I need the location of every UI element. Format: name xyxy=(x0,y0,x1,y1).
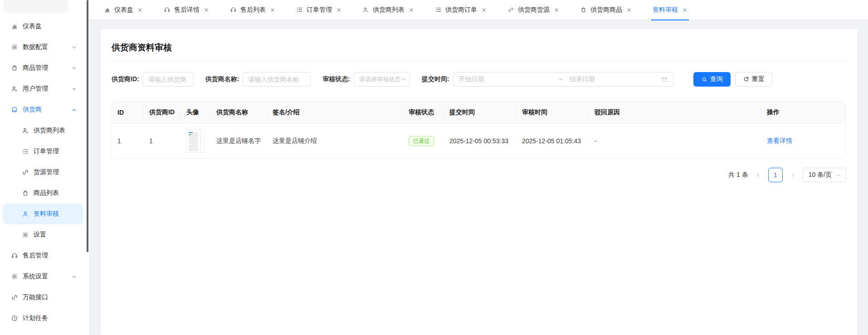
scrollbar-thumb[interactable] xyxy=(87,0,88,252)
chevron-down-icon xyxy=(400,76,407,83)
cell-avatar xyxy=(181,124,211,158)
headset-icon xyxy=(230,6,237,13)
chevron-down-icon xyxy=(835,172,841,178)
sidebar-item-label: 售后管理 xyxy=(23,252,48,260)
tab-label: 售后详情 xyxy=(174,6,200,14)
col-supplier-id: 供货商ID xyxy=(144,102,181,123)
audit-status-select[interactable]: 请选择审核状态 xyxy=(354,72,410,87)
sidebar-item-product-mgmt[interactable]: 商品管理 xyxy=(0,58,86,78)
sidebar-item-supplier[interactable]: 供货商 xyxy=(0,99,86,120)
close-icon[interactable] xyxy=(270,7,275,13)
chart-icon xyxy=(11,23,18,30)
audit-table: ID 供货商ID 头像 供货商名称 签名/介绍 审核状态 提交时间 审核时间 驳… xyxy=(112,101,846,159)
tab-label: 供货商商品 xyxy=(590,6,622,14)
view-details-link[interactable]: 查看详情 xyxy=(767,137,792,145)
filter-audit-status: 审核状态: 请选择审核状态 xyxy=(322,72,410,87)
tab-supplier-list[interactable]: 供货商列表 xyxy=(352,0,424,20)
sidebar-item-order-mgmt[interactable]: 订单管理 xyxy=(0,141,86,162)
gear-icon xyxy=(11,273,18,280)
sidebar-item-system-settings[interactable]: 系统设置 xyxy=(0,266,86,287)
tab-supplier-order[interactable]: 供货商订单 xyxy=(424,0,497,20)
close-icon[interactable] xyxy=(137,7,143,13)
close-icon[interactable] xyxy=(554,7,559,13)
col-avatar: 头像 xyxy=(181,102,211,123)
cell-submit-time: 2025-12-05 00:53:33 xyxy=(444,124,517,158)
cell-actions: 查看详情 xyxy=(761,124,846,158)
sidebar-item-online-users[interactable]: 在线用户 xyxy=(0,329,86,335)
close-icon[interactable] xyxy=(626,7,632,13)
tab-supplier-source[interactable]: 供货商货源 xyxy=(497,0,570,20)
sidebar-item-source-mgmt[interactable]: 货源管理 xyxy=(0,162,86,183)
tab-supplier-product[interactable]: 供货商商品 xyxy=(570,0,642,20)
list-icon xyxy=(296,6,303,13)
chevron-down-icon xyxy=(71,44,77,50)
close-icon[interactable] xyxy=(204,7,209,13)
tab-label: 供货商列表 xyxy=(373,6,405,14)
reset-button[interactable]: 重置 xyxy=(735,72,772,87)
sidebar-item-product-list[interactable]: 商品列表 xyxy=(0,183,86,204)
cell-audit-time: 2025-12-05 01:05:43 xyxy=(517,124,589,158)
tab-label: 资料审核 xyxy=(653,6,678,14)
sidebar-item-data-config[interactable]: 数据配置 xyxy=(0,37,86,58)
sidebar-item-universal-api[interactable]: 万能接口 xyxy=(0,287,86,308)
col-audit-status: 审核状态 xyxy=(403,102,444,123)
audit-status-placeholder: 请选择审核状态 xyxy=(359,75,400,83)
refresh-icon xyxy=(743,76,749,83)
start-date-placeholder: 开始日期 xyxy=(459,75,551,83)
page-title: 供货商资料审核 xyxy=(112,38,846,61)
list-icon xyxy=(22,148,29,155)
tab-dashboard[interactable]: 仪表盘 xyxy=(93,0,153,20)
page-card: 供货商资料审核 供货商ID: 供货商名称: 审核状态: xyxy=(101,29,857,335)
close-icon[interactable] xyxy=(481,7,487,13)
next-page-button[interactable] xyxy=(788,168,797,182)
link-icon xyxy=(11,294,18,301)
sidebar-menu: 仪表盘 数据配置 商品管理 用户管理 供货商 xyxy=(0,0,86,335)
sidebar-item-label: 计划任务 xyxy=(23,314,48,322)
tab-label: 订单管理 xyxy=(307,6,332,14)
supplier-name-input[interactable] xyxy=(243,72,311,87)
end-date-placeholder: 结束日期 xyxy=(570,75,661,83)
users-icon xyxy=(362,6,369,13)
date-range-picker[interactable]: 开始日期 结束日期 xyxy=(453,72,673,87)
sidebar-item-settings[interactable]: 设置 xyxy=(0,224,86,245)
close-icon[interactable] xyxy=(682,7,688,13)
page-size-select[interactable]: 10 条/页 xyxy=(803,168,846,182)
close-icon[interactable] xyxy=(409,7,414,13)
search-button[interactable]: 查询 xyxy=(693,72,731,87)
sidebar-item-profile-audit[interactable]: 资料审核 xyxy=(3,204,83,224)
page-size-value: 10 条/页 xyxy=(809,171,832,179)
link-icon xyxy=(507,6,514,13)
pagination: 共 1 条 1 10 条/页 xyxy=(112,168,846,182)
sidebar-item-label: 资料审核 xyxy=(34,210,59,218)
supplier-id-input[interactable] xyxy=(143,72,194,87)
tab-label: 仪表盘 xyxy=(114,6,133,14)
col-supplier-name: 供货商名称 xyxy=(211,102,267,123)
prev-page-button[interactable] xyxy=(754,168,763,182)
table-row: 1 1 这里是店铺名字 这里是店铺介 xyxy=(112,123,846,158)
tab-order-mgmt[interactable]: 订单管理 xyxy=(286,0,352,20)
tab-profile-audit[interactable]: 资料审核 xyxy=(642,0,698,20)
page-number-button[interactable]: 1 xyxy=(768,168,783,182)
sidebar-item-user-mgmt[interactable]: 用户管理 xyxy=(0,78,86,99)
sidebar-item-aftersale-mgmt[interactable]: 售后管理 xyxy=(0,245,86,266)
col-reject-reason: 驳回原因 xyxy=(589,102,761,123)
sidebar-scrollbar[interactable] xyxy=(86,0,89,335)
close-icon[interactable] xyxy=(336,7,341,13)
avatar[interactable] xyxy=(186,129,205,153)
tab-aftersale-detail[interactable]: 售后详情 xyxy=(153,0,219,20)
sidebar-item-label: 仪表盘 xyxy=(23,22,42,30)
sidebar-item-supplier-list[interactable]: 供货商列表 xyxy=(0,120,86,141)
cell-signature: 这里是店铺介绍 xyxy=(267,124,403,158)
sidebar-item-dashboard[interactable]: 仪表盘 xyxy=(0,16,86,37)
sidebar-item-label: 商品管理 xyxy=(23,64,48,72)
tab-label: 售后列表 xyxy=(240,6,266,14)
chevron-left-icon xyxy=(755,172,761,178)
col-signature: 签名/介绍 xyxy=(267,102,403,123)
shop-icon xyxy=(11,106,18,113)
sidebar-item-label: 商品列表 xyxy=(34,189,59,197)
total-count: 共 1 条 xyxy=(728,171,748,179)
tab-aftersale-list[interactable]: 售后列表 xyxy=(219,0,286,20)
list-icon xyxy=(435,6,442,13)
arrow-right-icon xyxy=(557,76,563,83)
sidebar-item-scheduled-tasks[interactable]: 计划任务 xyxy=(0,308,86,329)
